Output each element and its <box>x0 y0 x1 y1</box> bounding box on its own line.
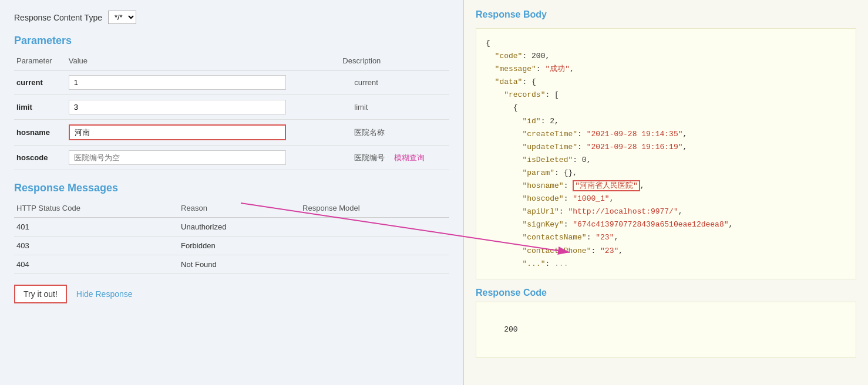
col-parameter: Parameter <box>14 54 66 70</box>
param-row: limitlimit <box>14 95 449 120</box>
response-code-number: 200 <box>504 325 517 334</box>
status-code: 401 <box>14 218 179 237</box>
response-model <box>300 237 449 255</box>
right-panel: Response Body { "code": 200, "message": … <box>464 0 868 385</box>
left-panel: Response Content Type */* Parameters Par… <box>0 0 464 385</box>
param-row: hosname医院名称 <box>14 120 449 146</box>
status-code: 404 <box>14 255 179 274</box>
param-name: current <box>14 70 66 95</box>
param-value-input[interactable] <box>69 124 286 140</box>
reason: Unauthorized <box>179 218 300 237</box>
response-model <box>300 218 449 237</box>
parameters-title: Parameters <box>14 35 449 47</box>
col-status-code: HTTP Status Code <box>14 201 179 218</box>
message-row: 403Forbidden <box>14 237 449 255</box>
param-value-cell <box>66 95 341 120</box>
status-code: 403 <box>14 237 179 255</box>
param-value-input[interactable] <box>69 100 286 114</box>
param-name: limit <box>14 95 66 120</box>
param-description: limit <box>340 95 449 120</box>
col-value: Value <box>66 54 341 70</box>
response-code-title: Response Code <box>476 288 856 298</box>
param-description: current <box>340 70 449 95</box>
param-name: hoscode <box>14 146 66 170</box>
response-content-type-row: Response Content Type */* <box>14 11 449 24</box>
response-messages-section: Response Messages HTTP Status Code Reaso… <box>14 182 449 274</box>
fuzzy-query-annotation: 模糊查询 <box>394 153 425 162</box>
response-code-value: 200 <box>476 302 856 358</box>
col-response-model: Response Model <box>300 201 449 218</box>
param-value-cell <box>66 146 341 170</box>
param-value-cell <box>66 120 341 146</box>
param-value-cell <box>66 70 341 95</box>
param-value-input[interactable] <box>69 150 286 165</box>
param-row: currentcurrent <box>14 70 449 95</box>
content-type-select[interactable]: */* <box>108 11 136 24</box>
try-it-out-button[interactable]: Try it out! <box>14 285 67 303</box>
parameters-table: Parameter Value Description currentcurre… <box>14 54 449 170</box>
response-messages-table: HTTP Status Code Reason Response Model 4… <box>14 201 449 274</box>
message-row: 401Unauthorized <box>14 218 449 237</box>
col-description: Description <box>340 54 449 70</box>
hide-response-link[interactable]: Hide Response <box>76 289 133 299</box>
param-description: 医院名称 <box>340 120 449 146</box>
param-row: hoscode医院编号模糊查询 <box>14 146 449 170</box>
param-value-input[interactable] <box>69 75 286 90</box>
reason: Forbidden <box>179 237 300 255</box>
col-reason: Reason <box>179 201 300 218</box>
json-body: { "code": 200, "message": "成功", "data": … <box>476 28 856 279</box>
reason: Not Found <box>179 255 300 274</box>
response-body-title: Response Body <box>476 9 856 20</box>
response-content-type-label: Response Content Type <box>14 13 102 22</box>
response-messages-title: Response Messages <box>14 182 449 194</box>
param-description: 医院编号模糊查询 <box>340 146 449 170</box>
message-row: 404Not Found <box>14 255 449 274</box>
param-name: hosname <box>14 120 66 146</box>
response-model <box>300 255 449 274</box>
bottom-actions: Try it out! Hide Response <box>14 285 449 303</box>
